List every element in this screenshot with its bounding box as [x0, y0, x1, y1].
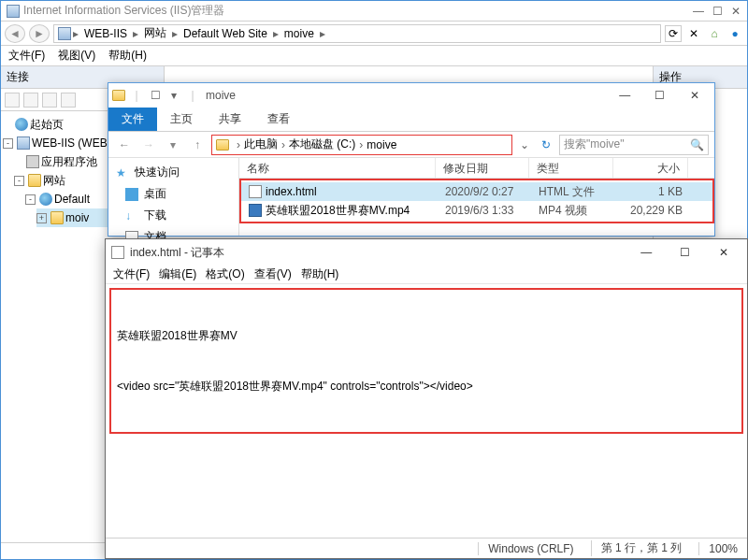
server-icon — [58, 27, 71, 40]
iis-title: Internet Information Services (IIS)管理器 — [23, 3, 693, 19]
np-menu-edit[interactable]: 编辑(E) — [157, 266, 198, 282]
notepad-close-button[interactable]: ✕ — [706, 240, 741, 265]
qa-separator2: | — [185, 88, 200, 103]
collapse-toggle[interactable]: - — [14, 176, 24, 186]
explorer-minimize-button[interactable]: — — [609, 84, 640, 107]
col-type[interactable]: 类型 — [529, 158, 613, 178]
iis-home-button[interactable]: ⌂ — [706, 25, 723, 42]
iis-help-button[interactable]: ● — [726, 25, 743, 42]
np-menu-file[interactable]: 文件(F) — [111, 266, 151, 282]
notepad-menu-bar: 文件(F) 编辑(E) 格式(O) 查看(V) 帮助(H) — [106, 266, 747, 284]
explorer-up-button[interactable]: ↑ — [187, 138, 208, 151]
iis-breadcrumb[interactable]: ▸ WEB-IIS ▸ 网站 ▸ Default Web Site ▸ moiv… — [53, 24, 661, 43]
notepad-text-area[interactable]: 英雄联盟2018世界赛MV <video src="英雄联盟2018世界赛MV.… — [106, 284, 747, 538]
file-name: index.html — [266, 185, 317, 198]
explorer-back-button[interactable]: ← — [114, 138, 135, 151]
explorer-close-button[interactable]: ✕ — [679, 84, 711, 107]
status-position: 第 1 行，第 1 列 — [591, 540, 683, 556]
crumb-default[interactable]: Default Web Site — [180, 27, 271, 40]
iis-back-button[interactable]: ◄ — [5, 24, 25, 43]
iis-refresh-button[interactable]: ⟳ — [665, 25, 682, 42]
file-date: 2020/9/2 0:27 — [438, 185, 531, 198]
col-size[interactable]: 大小 — [613, 158, 688, 178]
breadcrumb-sep: ▸ — [71, 27, 80, 40]
explorer-file-list: 名称 修改日期 类型 大小 index.html 2020/9/2 0:27 H… — [239, 158, 714, 236]
notepad-minimize-button[interactable]: — — [628, 240, 664, 265]
explorer-ribbon: 文件 主页 共享 查看 — [108, 108, 714, 132]
explorer-window: | ☐ ▾ | moive — ☐ ✕ 文件 主页 共享 查看 ← → ▾ ↑ … — [108, 82, 715, 237]
server-icon — [17, 136, 30, 150]
iis-address-bar: ◄ ► ▸ WEB-IIS ▸ 网站 ▸ Default Web Site ▸ … — [1, 22, 747, 46]
file-rows-highlighted: index.html 2020/9/2 0:27 HTML 文件 1 KB 英雄… — [239, 179, 714, 223]
notepad-maximize-button[interactable]: ☐ — [668, 240, 703, 265]
explorer-breadcrumb[interactable]: › 此电脑 › 本地磁盘 (C:) › moive — [211, 135, 512, 155]
col-date[interactable]: 修改日期 — [436, 158, 529, 178]
folder-icon — [50, 211, 64, 224]
ribbon-tab-view[interactable]: 查看 — [254, 108, 303, 131]
crumb-moive[interactable]: moive — [280, 27, 318, 40]
iis-minimize-button[interactable]: — — [693, 5, 704, 18]
notepad-window: index.html - 记事本 — ☐ ✕ 文件(F) 编辑(E) 格式(O)… — [105, 238, 748, 559]
html-file-icon — [249, 185, 262, 198]
qa-dropdown[interactable]: ▾ — [166, 88, 181, 103]
collapse-toggle[interactable]: - — [3, 138, 13, 149]
crumb-folder[interactable]: moive — [367, 138, 396, 151]
file-row[interactable]: 英雄联盟2018世界赛MV.mp4 2019/6/3 1:33 MP4 视频 2… — [241, 201, 712, 220]
globe-icon — [15, 118, 28, 131]
qa-properties-button[interactable]: ☐ — [148, 88, 163, 103]
expand-toggle[interactable]: + — [36, 213, 47, 223]
file-date: 2019/6/3 1:33 — [438, 204, 531, 217]
explorer-folder-name: moive — [206, 89, 236, 102]
iis-maximize-button[interactable]: ☐ — [712, 5, 723, 18]
connection-refresh-button[interactable] — [61, 93, 76, 108]
sidebar-downloads[interactable]: ↓ 下载 — [112, 205, 235, 226]
ribbon-tab-home[interactable]: 主页 — [157, 108, 206, 131]
crumb-server[interactable]: WEB-IIS — [80, 27, 131, 40]
qa-separator: | — [129, 88, 144, 103]
np-menu-help[interactable]: 帮助(H) — [299, 266, 341, 282]
star-icon: ★ — [116, 166, 129, 179]
explorer-maximize-button[interactable]: ☐ — [644, 84, 676, 107]
file-list-header: 名称 修改日期 类型 大小 — [239, 158, 714, 179]
desktop-icon — [125, 188, 138, 201]
np-menu-format[interactable]: 格式(O) — [204, 266, 246, 282]
explorer-address-row: ← → ▾ ↑ › 此电脑 › 本地磁盘 (C:) › moive ⌄ ↻ 搜索… — [108, 132, 714, 158]
crumb-sites[interactable]: 网站 — [140, 25, 170, 41]
file-size: 20,229 KB — [615, 204, 690, 217]
sidebar-desktop[interactable]: 桌面 — [112, 183, 235, 205]
col-name[interactable]: 名称 — [239, 158, 436, 178]
site-icon — [39, 193, 52, 206]
explorer-refresh-button[interactable]: ↻ — [537, 138, 555, 151]
menu-file[interactable]: 文件(F) — [8, 48, 45, 64]
explorer-title-bar: | ☐ ▾ | moive — ☐ ✕ — [108, 83, 714, 108]
ribbon-tab-file[interactable]: 文件 — [108, 108, 157, 131]
menu-help[interactable]: 帮助(H) — [108, 48, 147, 64]
np-menu-view[interactable]: 查看(V) — [252, 266, 294, 282]
sidebar-quick-access[interactable]: ★ 快速访问 — [112, 162, 235, 183]
ribbon-tab-share[interactable]: 共享 — [206, 108, 254, 131]
folder-icon — [112, 90, 125, 101]
notepad-icon — [111, 246, 124, 259]
explorer-search-input[interactable]: 搜索"moive" 🔍 — [559, 135, 709, 155]
connection-add-button[interactable] — [5, 93, 20, 108]
content-line2: <video src="英雄联盟2018世界赛MV.mp4" controls=… — [117, 378, 736, 395]
status-encoding: Windows (CRLF) — [478, 542, 573, 555]
iis-menu-bar: 文件(F) 视图(V) 帮助(H) — [1, 46, 747, 66]
explorer-recent-button[interactable]: ▾ — [163, 138, 183, 151]
connection-delete-button[interactable] — [42, 93, 57, 108]
iis-close-button[interactable]: ✕ — [730, 5, 741, 18]
file-type: HTML 文件 — [531, 184, 615, 200]
collapse-toggle[interactable]: - — [25, 194, 36, 205]
menu-view[interactable]: 视图(V) — [58, 48, 95, 64]
app-pool-icon — [26, 155, 39, 168]
iis-stop-button[interactable]: ✕ — [685, 25, 702, 42]
crumb-disk[interactable]: 本地磁盘 (C:) — [289, 136, 355, 152]
crumb-pc[interactable]: 此电脑 — [244, 136, 278, 152]
connection-save-button[interactable] — [23, 93, 38, 108]
iis-window-controls: — ☐ ✕ — [693, 5, 741, 18]
file-row[interactable]: index.html 2020/9/2 0:27 HTML 文件 1 KB — [241, 182, 712, 201]
breadcrumb-dropdown[interactable]: ⌄ — [516, 138, 533, 151]
content-line1: 英雄联盟2018世界赛MV — [117, 327, 736, 344]
iis-forward-button[interactable]: ► — [29, 24, 50, 43]
explorer-forward-button[interactable]: → — [138, 138, 159, 151]
